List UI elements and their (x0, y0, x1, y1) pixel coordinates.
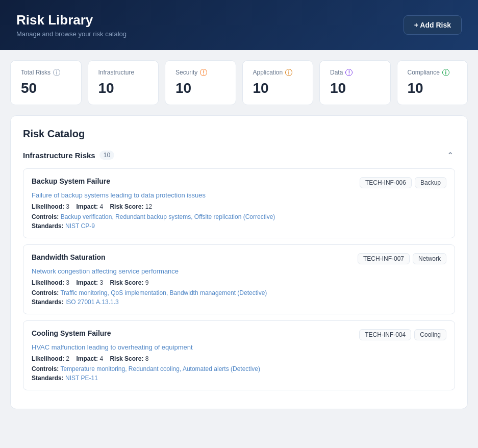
likelihood-value-2: 3 (66, 279, 69, 286)
risk-controls-1: Controls: Backup verification, Redundant… (32, 213, 446, 220)
stat-card-security[interactable]: Security ! 10 (165, 60, 236, 105)
impact-value-2: 3 (99, 279, 103, 286)
stat-card-infrastructure[interactable]: Infrastructure 10 (88, 60, 159, 105)
risk-card-cooling-system-failure: Cooling System Failure TECH-INF-004 Cool… (23, 320, 455, 390)
impact-label-1: Impact: (76, 203, 98, 210)
impact-label-3: Impact: (76, 355, 98, 362)
risk-tags-2: TECH-INF-007 Network (358, 253, 446, 264)
risk-standards-value-1: NIST CP-9 (65, 222, 95, 230)
infrastructure-badge: 10 (99, 151, 114, 160)
risk-title-3: Cooling System Failure (32, 329, 111, 337)
stat-value-security: 10 (175, 80, 225, 96)
likelihood-value-1: 3 (66, 203, 69, 210)
risk-standards-2: Standards: ISO 27001 A.13.1.3 (32, 298, 446, 306)
risk-title-1: Backup System Failure (32, 177, 110, 185)
add-risk-button[interactable]: + Add Risk (404, 15, 462, 35)
infrastructure-section-header: Infrastructure Risks 10 ⌃ (23, 150, 455, 160)
likelihood-label-3: Likelihood: (32, 355, 64, 362)
risk-score-value-2: 9 (145, 279, 149, 286)
stat-card-compliance[interactable]: Compliance i 10 (397, 60, 468, 105)
impact-value-3: 4 (99, 355, 103, 362)
risk-controls-3: Controls: Temperature monitoring, Redund… (32, 365, 446, 372)
risk-code-tag-1: TECH-INF-006 (360, 177, 412, 188)
risk-controls-value-1: Backup verification, Redundant backup sy… (61, 213, 275, 220)
collapse-infrastructure-button[interactable]: ⌃ (445, 150, 455, 160)
security-info-icon: ! (200, 69, 207, 76)
risk-controls-value-3: Temperature monitoring, Redundant coolin… (60, 365, 260, 372)
main-content: Risk Catalog Infrastructure Risks 10 ⌃ B… (10, 115, 468, 409)
risk-code-tag-2: TECH-INF-007 (358, 253, 410, 264)
likelihood-label-1: Likelihood: (32, 203, 64, 210)
risk-category-tag-1: Backup (415, 177, 446, 188)
risk-controls-value-2: Traffic monitoring, QoS implementation, … (60, 289, 267, 296)
catalog-title: Risk Catalog (23, 128, 455, 140)
risk-category-tag-2: Network (413, 253, 446, 264)
stat-value-infrastructure: 10 (98, 80, 148, 96)
likelihood-value-3: 2 (66, 355, 69, 362)
stat-card-data[interactable]: Data ! 10 (319, 60, 391, 105)
impact-label-2: Impact: (76, 279, 98, 286)
risk-score-label-2: Risk Score: (110, 279, 143, 286)
stat-label-security: Security ! (175, 69, 225, 76)
risk-description-2: Network congestion affecting service per… (32, 267, 446, 275)
risk-standards-1: Standards: NIST CP-9 (32, 222, 446, 230)
stat-label-data: Data ! (330, 69, 380, 76)
risk-tags-3: TECH-INF-004 Cooling (359, 329, 446, 340)
risk-score-label-1: Risk Score: (110, 203, 143, 210)
stat-label-application: Application i (253, 69, 303, 76)
risk-description-3: HVAC malfunction leading to overheating … (32, 343, 446, 351)
risk-meta-2: Likelihood: 3 Impact: 3 Risk Score: 9 (32, 279, 446, 286)
risk-description-1: Failure of backup systems leading to dat… (32, 191, 446, 199)
stat-label-infrastructure: Infrastructure (98, 69, 148, 76)
page-header: Risk Library Manage and browse your risk… (0, 0, 478, 50)
stat-value-data: 10 (330, 80, 380, 96)
stat-card-application[interactable]: Application i 10 (242, 60, 314, 105)
risk-card-header-2: Bandwidth Saturation TECH-INF-007 Networ… (32, 253, 446, 264)
risk-meta-1: Likelihood: 3 Impact: 4 Risk Score: 12 (32, 203, 446, 210)
stat-value-application: 10 (253, 80, 303, 96)
risk-tags-1: TECH-INF-006 Backup (360, 177, 446, 188)
stats-container: Total Risks i 50 Infrastructure 10 Secur… (0, 50, 478, 110)
page-subtitle: Manage and browse your risk catalog (16, 30, 127, 38)
compliance-info-icon: i (442, 69, 449, 76)
risk-controls-2: Controls: Traffic monitoring, QoS implem… (32, 289, 446, 296)
impact-value-1: 4 (99, 203, 103, 210)
risk-meta-3: Likelihood: 2 Impact: 4 Risk Score: 8 (32, 355, 446, 362)
page-title: Risk Library (16, 12, 127, 28)
risk-title-2: Bandwidth Saturation (32, 253, 106, 261)
header-text: Risk Library Manage and browse your risk… (16, 12, 127, 38)
risk-standards-3: Standards: NIST PE-11 (32, 375, 446, 382)
risk-category-tag-3: Cooling (414, 329, 446, 340)
total-info-icon: i (53, 69, 60, 76)
risk-standards-value-2: ISO 27001 A.13.1.3 (65, 298, 119, 306)
risk-card-backup-system-failure: Backup System Failure TECH-INF-006 Backu… (23, 168, 455, 238)
risk-standards-value-3: NIST PE-11 (65, 375, 98, 382)
stat-card-total[interactable]: Total Risks i 50 (10, 60, 82, 105)
section-title-infrastructure: Infrastructure Risks 10 (23, 151, 114, 160)
risk-score-value-1: 12 (145, 203, 152, 210)
stat-label-total: Total Risks i (21, 69, 71, 76)
data-info-icon: ! (345, 69, 353, 76)
risk-card-header-1: Backup System Failure TECH-INF-006 Backu… (32, 177, 446, 188)
risk-code-tag-3: TECH-INF-004 (359, 329, 411, 340)
risk-card-header-3: Cooling System Failure TECH-INF-004 Cool… (32, 329, 446, 340)
stat-label-compliance: Compliance i (408, 69, 458, 76)
application-info-icon: i (285, 69, 292, 76)
risk-score-label-3: Risk Score: (110, 355, 143, 362)
risk-card-bandwidth-saturation: Bandwidth Saturation TECH-INF-007 Networ… (23, 244, 455, 314)
risk-score-value-3: 8 (145, 355, 149, 362)
stat-value-total: 50 (21, 80, 71, 96)
stat-value-compliance: 10 (408, 80, 458, 96)
likelihood-label-2: Likelihood: (32, 279, 64, 286)
